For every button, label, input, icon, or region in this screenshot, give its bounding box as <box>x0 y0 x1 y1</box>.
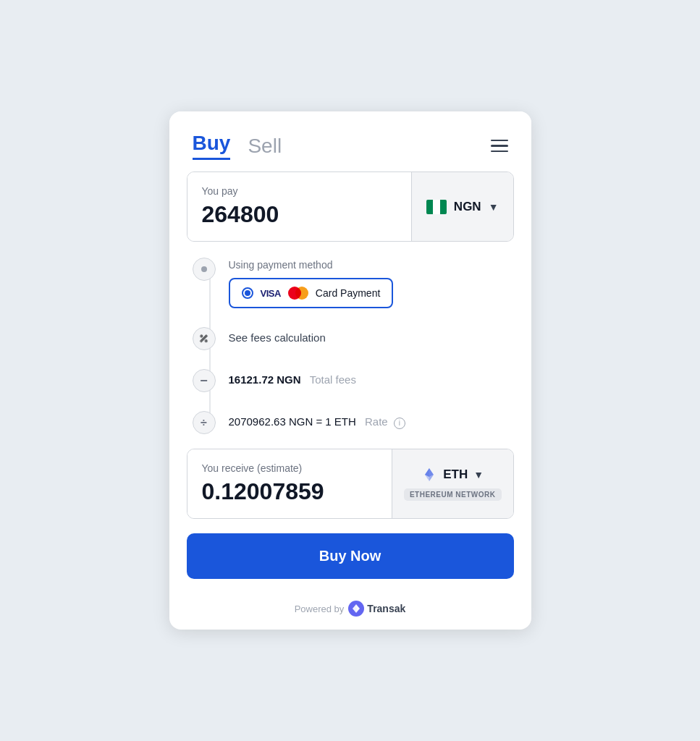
payment-method-step: Using payment method VISA Card Payment <box>193 256 508 308</box>
header: Buy Sell <box>169 111 531 172</box>
visa-logo-icon: VISA <box>261 288 281 299</box>
currency-code: NGN <box>454 200 481 214</box>
powered-by-text: Powered by <box>295 604 345 614</box>
rate-content: 2070962.63 NGN = 1 ETH Rate i <box>229 410 508 429</box>
fees-calculation-step: ➗ See fees calculation <box>193 326 508 350</box>
card-payment-label: Card Payment <box>316 287 380 299</box>
step-circle-minus: − <box>193 369 216 392</box>
payment-method-content: Using payment method VISA Card Payment <box>229 256 508 308</box>
you-pay-left: You pay 264800 <box>187 172 411 241</box>
buy-now-button[interactable]: Buy Now <box>187 533 514 579</box>
you-pay-section: You pay 264800 NGN ▼ <box>187 172 514 242</box>
nigeria-flag-icon <box>426 200 447 214</box>
payment-method-label: Using payment method <box>229 259 508 271</box>
network-badge: ETHEREUM NETWORK <box>404 488 502 501</box>
footer: Powered by Transak <box>169 593 531 630</box>
step-circle-1 <box>193 258 216 281</box>
steps-section: Using payment method VISA Card Payment ➗ <box>169 242 531 449</box>
step-circle-divide: ÷ <box>193 411 216 434</box>
tab-sell[interactable]: Sell <box>248 135 282 158</box>
rate-detail: 2070962.63 NGN = 1 ETH Rate i <box>229 412 508 429</box>
chevron-down-icon: ▼ <box>489 201 499 213</box>
total-fees-content: 16121.72 NGN Total fees <box>229 368 508 386</box>
transak-icon <box>348 601 364 617</box>
mc-circle-right <box>295 287 308 300</box>
total-fees-detail: 16121.72 NGN Total fees <box>229 370 508 386</box>
payment-option-card[interactable]: VISA Card Payment <box>229 278 394 308</box>
total-fees-step: − 16121.72 NGN Total fees <box>193 368 508 392</box>
eth-icon <box>421 467 437 483</box>
you-receive-amount: 0.12007859 <box>202 478 377 505</box>
you-pay-label: You pay <box>202 185 397 197</box>
currency-selector[interactable]: NGN ▼ <box>411 172 513 241</box>
widget-container: Buy Sell You pay 264800 NGN ▼ <box>169 111 531 630</box>
eth-currency-label: ETH <box>443 467 468 482</box>
transak-brand-name: Transak <box>367 603 405 614</box>
you-receive-section: You receive (estimate) 0.12007859 ETH ▼ … <box>187 449 514 519</box>
radio-selected-icon <box>242 287 253 299</box>
you-receive-label: You receive (estimate) <box>202 462 377 474</box>
eth-chevron-down-icon: ▼ <box>473 469 484 480</box>
rate-label: Rate <box>365 415 388 428</box>
tab-buy[interactable]: Buy <box>193 132 231 160</box>
you-receive-left: You receive (estimate) 0.12007859 <box>187 449 392 518</box>
transak-logo: Transak <box>348 601 405 617</box>
expand-icon: ➗ <box>196 331 211 347</box>
you-pay-amount[interactable]: 264800 <box>202 201 397 228</box>
total-fees-label: Total fees <box>310 373 356 386</box>
step-circle-2[interactable]: ➗ <box>193 327 216 350</box>
fees-calculation-content: See fees calculation <box>229 326 508 344</box>
eth-selector: ETH ▼ <box>421 467 484 483</box>
radio-inner-dot <box>245 290 250 296</box>
hamburger-menu-icon[interactable] <box>491 140 508 153</box>
receive-currency-selector[interactable]: ETH ▼ ETHEREUM NETWORK <box>392 449 513 518</box>
rate-step: ÷ 2070962.63 NGN = 1 ETH Rate i <box>193 410 508 434</box>
rate-amount: 2070962.63 NGN = 1 ETH <box>229 415 356 428</box>
total-fees-amount: 16121.72 NGN <box>229 373 301 386</box>
see-fees-label[interactable]: See fees calculation <box>229 329 508 344</box>
mastercard-icon <box>288 287 308 300</box>
rate-info-icon[interactable]: i <box>394 418 405 429</box>
